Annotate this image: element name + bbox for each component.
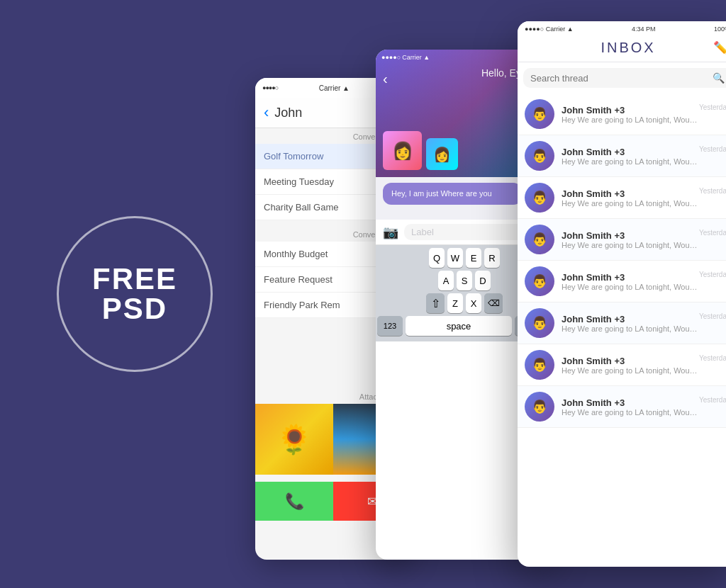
inbox-meta: Yesterday › <box>699 271 726 293</box>
inbox-sender: John Smith +3 <box>562 272 699 283</box>
inbox-avatar: 👨 <box>525 308 554 338</box>
inbox-sender: John Smith +3 <box>562 397 699 408</box>
inbox-item[interactable]: 👨 John Smith +3 Hey We are going to LA t… <box>518 177 726 219</box>
inbox-avatar: 👨 <box>525 350 554 380</box>
inbox-item[interactable]: 👨 John Smith +3 Hey We are going to LA t… <box>518 261 726 303</box>
inbox-time: Yesterday <box>699 187 726 195</box>
inbox-content: John Smith +3 Hey We are going to LA ton… <box>562 230 699 249</box>
phone3-header: INBOX ✏️ <box>518 37 726 62</box>
search-input[interactable] <box>530 73 707 84</box>
inbox-content: John Smith +3 Hey We are going to LA ton… <box>562 272 699 291</box>
inbox-meta: Yesterday › <box>699 103 726 125</box>
inbox-time: Yesterday <box>699 312 726 320</box>
inbox-preview: Hey We are going to LA tonight, Would yo… <box>562 241 699 249</box>
inbox-preview: Hey We are going to LA tonight, Would yo… <box>562 283 699 291</box>
inbox-time: Yesterday <box>699 354 726 362</box>
inbox-meta: Yesterday › <box>699 145 726 167</box>
delete-key[interactable]: ⌫ <box>484 293 503 313</box>
key-z[interactable]: Z <box>447 293 463 313</box>
inbox-content: John Smith +3 Hey We are going to LA ton… <box>562 397 699 417</box>
signal-dots-2: ●●●●○ <box>381 54 401 61</box>
chat-bubble: Hey, I am just Where are you <box>383 183 522 205</box>
phones-container: ●●●●○ Carrier ▲ 4:34 ‹ John Conversation… <box>255 21 726 567</box>
inbox-content: John Smith +3 Hey We are going to LA ton… <box>562 105 699 124</box>
sunflower-image <box>255 404 333 475</box>
signal-3: ●●●●○ Carrier ▲ <box>525 26 574 33</box>
inbox-list: 👨 John Smith +3 Hey We are going to LA t… <box>518 94 726 428</box>
key-w[interactable]: W <box>447 248 463 268</box>
inbox-sender: John Smith +3 <box>562 356 699 366</box>
inbox-preview: Hey We are going to LA tonight, Would yo… <box>562 157 699 166</box>
inbox-content: John Smith +3 Hey We are going to LA ton… <box>562 314 699 333</box>
inbox-sender: John Smith +3 <box>562 314 699 324</box>
inbox-item[interactable]: 👨 John Smith +3 Hey We are going to LA t… <box>518 135 726 177</box>
inbox-meta: Yesterday › <box>699 187 726 209</box>
inbox-title: INBOX <box>601 40 655 56</box>
inbox-meta: Yesterday › <box>699 312 726 334</box>
inbox-preview: Hey We are going to LA tonight, Would yo… <box>562 408 699 417</box>
call-button[interactable]: 📞 <box>255 482 333 521</box>
psd-label: PSD <box>102 294 167 324</box>
phone3-status-bar: ●●●●○ Carrier ▲ 4:34 PM 100% <box>518 21 726 37</box>
free-psd-badge: FREE PSD <box>57 216 213 372</box>
inbox-item[interactable]: 👨 John Smith +3 Hey We are going to LA t… <box>518 219 726 261</box>
inbox-meta: Yesterday › <box>699 396 726 418</box>
carrier-2: Carrier ▲ <box>402 54 430 61</box>
inbox-preview: Hey We are going to LA tonight, Would yo… <box>562 366 699 375</box>
camera-icon[interactable]: 📷 <box>383 225 398 240</box>
inbox-time: Yesterday <box>699 229 726 237</box>
inbox-preview: Hey We are going to LA tonight, Would yo… <box>562 115 699 124</box>
num-key[interactable]: 123 <box>377 316 403 336</box>
inbox-time: Yesterday <box>699 396 726 404</box>
inbox-sender: John Smith +3 <box>562 147 699 157</box>
key-q[interactable]: Q <box>429 248 445 268</box>
compose-icon[interactable]: ✏️ <box>713 40 726 56</box>
inbox-sender: John Smith +3 <box>562 188 699 199</box>
inbox-time: Yesterday <box>699 271 726 278</box>
key-d[interactable]: D <box>475 271 491 290</box>
inbox-preview: Hey We are going to LA tonight, Would yo… <box>562 199 699 208</box>
battery-3: 100% <box>714 26 726 33</box>
inbox-item[interactable]: 👨 John Smith +3 Hey We are going to LA t… <box>518 303 726 344</box>
key-r[interactable]: R <box>484 248 500 268</box>
inbox-sender: John Smith +3 <box>562 230 699 241</box>
key-a[interactable]: A <box>438 271 454 290</box>
inbox-avatar: 👨 <box>525 183 554 213</box>
inbox-time: Yesterday <box>699 145 726 153</box>
avatar-2: 👩 <box>426 138 458 170</box>
avatar-1: 👩 <box>383 131 422 170</box>
inbox-avatar: 👨 <box>525 392 554 422</box>
key-e[interactable]: E <box>466 248 481 268</box>
carrier-area: ●●●●○ Carrier ▲ <box>381 54 430 61</box>
inbox-content: John Smith +3 Hey We are going to LA ton… <box>562 147 699 166</box>
signal-dots: ●●●●○ <box>262 84 278 91</box>
back-button[interactable]: ‹ <box>264 103 269 122</box>
key-s[interactable]: S <box>457 271 472 290</box>
inbox-time: Yesterday <box>699 103 726 111</box>
inbox-avatar: 👨 <box>525 225 554 254</box>
search-bar[interactable]: 🔍 <box>523 68 726 88</box>
inbox-preview: Hey We are going to LA tonight, Would yo… <box>562 324 699 333</box>
inbox-avatar: 👨 <box>525 141 554 171</box>
phone3-inbox: ●●●●○ Carrier ▲ 4:34 PM 100% INBOX ✏️ 🔍 … <box>518 21 726 567</box>
time-3: 4:34 PM <box>632 26 656 33</box>
inbox-item[interactable]: 👨 John Smith +3 Hey We are going to LA t… <box>518 344 726 386</box>
search-icon: 🔍 <box>713 72 725 84</box>
inbox-sender: John Smith +3 <box>562 105 699 115</box>
contact-name: John <box>274 106 302 120</box>
inbox-content: John Smith +3 Hey We are going to LA ton… <box>562 356 699 375</box>
free-label: FREE <box>92 264 177 294</box>
inbox-item[interactable]: 👨 John Smith +3 Hey We are going to LA t… <box>518 94 726 135</box>
key-x[interactable]: X <box>466 293 481 313</box>
space-key[interactable]: space <box>406 316 512 336</box>
inbox-meta: Yesterday › <box>699 229 726 251</box>
inbox-item[interactable]: 👨 John Smith +3 Hey We are going to LA t… <box>518 386 726 428</box>
inbox-meta: Yesterday › <box>699 354 726 376</box>
carrier-label: Carrier ▲ <box>319 84 350 92</box>
inbox-avatar: 👨 <box>525 266 554 296</box>
inbox-avatar: 👨 <box>525 99 554 129</box>
inbox-content: John Smith +3 Hey We are going to LA ton… <box>562 188 699 208</box>
shift-key[interactable]: ⇧ <box>426 293 445 313</box>
avatar-group: 👩 👩 <box>383 131 458 170</box>
phone2-back-button[interactable]: ‹ <box>383 71 388 87</box>
